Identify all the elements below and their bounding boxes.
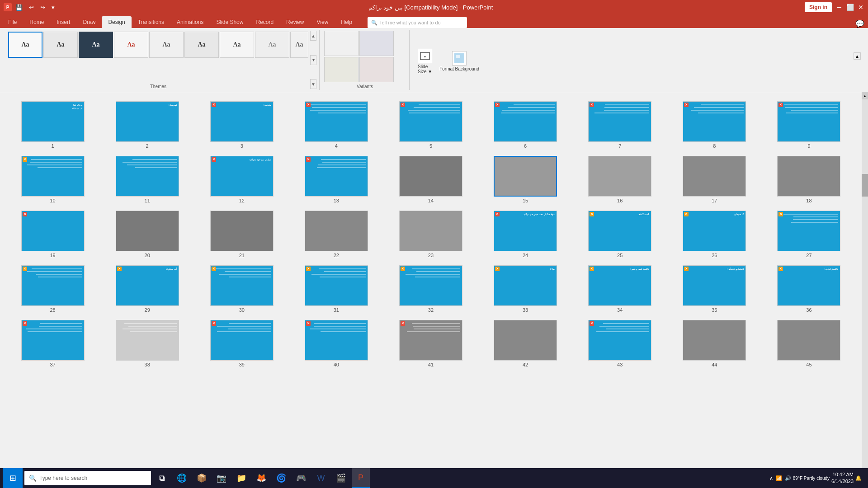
tab-transitions[interactable]: Transitions [132,16,170,28]
tab-record[interactable]: Record [250,16,280,28]
save-button[interactable]: 💾 [14,3,24,12]
slide-item-34[interactable]: قابلیت عبور و عبور:✕34 [576,265,664,313]
slide-item-15[interactable]: 15 [482,156,569,203]
slide-item-30[interactable]: ✕30 [198,265,285,313]
variant-4[interactable] [359,57,394,82]
slide-item-17[interactable]: 17 [671,156,758,203]
theme-3[interactable]: Aa [79,32,113,58]
volume-icon[interactable]: 🔊 [785,475,791,481]
theme-9[interactable]: Aa [290,32,308,58]
slide-item-14[interactable]: 14 [387,156,474,203]
slide-item-40[interactable]: ✕40 [292,320,380,367]
theme-4[interactable]: Aa [114,32,148,58]
theme-5[interactable]: Aa [149,32,184,58]
store-icon[interactable]: 📦 [193,468,211,488]
slide-item-24[interactable]: مواد تشکیل دهنده بتن خود تراکم:✕24 [482,211,569,258]
notification-button[interactable]: 🔔 [855,475,862,481]
slide-item-44[interactable]: 44 [671,320,758,367]
slide-item-37[interactable]: ✕37 [9,320,96,367]
slide-item-33[interactable]: روان:✕33 [482,265,569,313]
variant-3[interactable] [324,57,359,82]
slide-item-28[interactable]: ✕28 [9,265,96,313]
themes-scroll-down[interactable]: ▼ [310,79,316,89]
theme-2[interactable]: Aa [43,32,78,58]
variant-1[interactable] [324,31,359,56]
slide-item-35[interactable]: قابلیت پر کنندگی:✕35 [671,265,758,313]
slide-item-10[interactable]: ✕10 [9,156,96,203]
slide-item-3[interactable]: مقدمه:✕3 [198,101,285,149]
slide-item-25[interactable]: 2- سنگدانه:✕25 [576,211,664,258]
tab-file[interactable]: File [2,16,23,28]
tab-insert[interactable]: Insert [50,16,76,28]
slide-item-26[interactable]: 2- سیمان:✕26 [671,211,758,258]
slide-item-7[interactable]: ✕7 [576,101,664,149]
slide-item-22[interactable]: 22 [292,211,380,258]
network-icon[interactable]: 📶 [776,475,782,481]
taskbar-search[interactable]: 🔍 Type here to search [24,471,151,485]
slide-item-18[interactable]: 18 [765,156,853,203]
themes-scroll-mid[interactable]: ▾ [310,55,316,65]
slide-item-13[interactable]: ✕13 [292,156,380,203]
close-button[interactable]: ✕ [857,4,864,11]
slide-item-11[interactable]: 11 [104,156,191,203]
powerpoint-taskbar-icon[interactable]: P [352,468,370,488]
scrollbar-area[interactable]: ▲ ▼ [862,92,868,480]
video-icon[interactable]: 🎬 [332,468,350,488]
slide-item-9[interactable]: ✕9 [765,101,853,149]
slide-size-button[interactable]: ▾ SlideSize ▼ [414,47,436,76]
slide-item-43[interactable]: ✕43 [576,320,664,367]
slide-item-38[interactable]: 38 [104,320,191,367]
slide-item-20[interactable]: 20 [104,211,191,258]
slide-item-12[interactable]: مزایای بتن خود متراکم:✕12 [198,156,285,203]
slide-item-27[interactable]: ✕27 [765,211,853,258]
slide-item-29[interactable]: آب محلول:✕29 [104,265,191,313]
slide-item-45[interactable]: 45 [765,320,853,367]
tab-view[interactable]: View [310,16,335,28]
scroll-thumb[interactable] [862,174,868,197]
slide-item-4[interactable]: ✕4 [292,101,380,149]
slide-item-8[interactable]: ✕8 [671,101,758,149]
tab-slideshow[interactable]: Slide Show [210,16,250,28]
tab-animations[interactable]: Animations [170,16,210,28]
slide-item-6[interactable]: ✕6 [482,101,569,149]
minimize-button[interactable]: ─ [835,4,843,11]
slide-item-2[interactable]: فهرست:2 [104,101,191,149]
slide-item-39[interactable]: ✕39 [198,320,285,367]
theme-6[interactable]: Aa [184,32,219,58]
collapse-ribbon-button[interactable]: ▲ [854,52,861,60]
comments-button[interactable]: 💬 [855,19,868,28]
format-background-button[interactable]: Format Background [436,49,483,73]
theme-7[interactable]: Aa [220,32,254,58]
undo-button[interactable]: ↩ [27,3,36,12]
customize-qa-button[interactable]: ▾ [50,3,57,12]
chrome-icon[interactable]: 🌀 [272,468,290,488]
tab-home[interactable]: Home [23,16,50,28]
system-clock[interactable]: 10:42 AM 6/14/2023 [831,471,854,485]
search-bar[interactable]: 🔍 Tell me what you want to do [368,17,467,28]
slide-item-1[interactable]: به نام خدابتن خود تراکم1 [9,101,96,149]
slide-item-16[interactable]: 16 [576,156,664,203]
scroll-track[interactable] [862,99,868,473]
slide-item-41[interactable]: ✕41 [387,320,474,367]
slide-item-19[interactable]: ✕19 [9,211,96,258]
sign-in-button[interactable]: Sign in [805,2,832,12]
photos-icon[interactable]: 📷 [212,468,231,488]
task-view-button[interactable]: ⧉ [153,468,171,488]
slide-item-5[interactable]: ✕5 [387,101,474,149]
theme-8[interactable]: Aa [255,32,289,58]
firefox-icon[interactable]: 🦊 [252,468,270,488]
restore-button[interactable]: ⬜ [846,4,854,11]
tab-draw[interactable]: Draw [76,16,102,28]
tab-review[interactable]: Review [280,16,310,28]
start-button[interactable]: ⊞ [3,468,23,488]
slide-item-21[interactable]: 21 [198,211,285,258]
slide-item-42[interactable]: 42 [482,320,569,367]
slide-item-23[interactable]: 23 [387,211,474,258]
game-icon[interactable]: 🎮 [292,468,310,488]
themes-scroll-up[interactable]: ▲ [310,31,316,41]
edge-browser-icon[interactable]: 🌐 [173,468,191,488]
redo-button[interactable]: ↪ [38,3,47,12]
file-explorer-icon[interactable]: 📁 [232,468,250,488]
tab-design[interactable]: Design [102,16,131,28]
variant-2[interactable] [359,31,394,56]
